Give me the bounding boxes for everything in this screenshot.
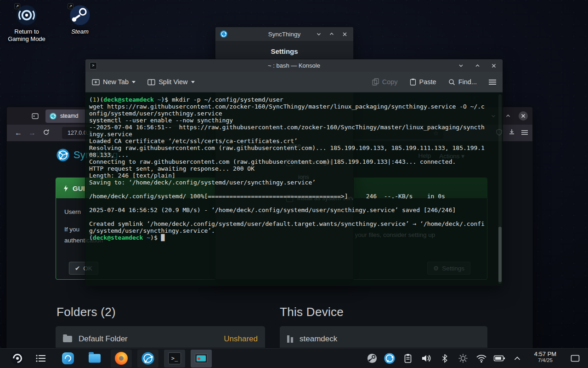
downloads-icon[interactable] (509, 129, 515, 138)
device-name: steamdeck (300, 334, 337, 344)
browser-menu-icon[interactable] (521, 129, 528, 137)
desktop-icon-return-to-gaming-mode[interactable]: ↗ Return to Gaming Mode (1, 5, 52, 43)
folder-icon (63, 336, 72, 342)
back-button[interactable]: ← (11, 129, 25, 137)
clock-time: 4:57 PM (529, 351, 561, 357)
gui-text-line2: If you (64, 226, 79, 233)
shortcut-badge-icon: ↗ (68, 3, 74, 9)
find-button[interactable]: Find... (448, 78, 477, 86)
shortcut-badge-icon: ↗ (14, 3, 20, 9)
search-icon (448, 79, 455, 86)
paste-icon (410, 78, 416, 86)
syncthingy-settings-header: Settings (215, 47, 353, 55)
show-desktop-button[interactable] (571, 355, 580, 362)
clock-date: 7/4/25 (529, 357, 561, 363)
syncthing-tray-icon[interactable] (384, 353, 395, 364)
new-tab-button[interactable]: New Tab (92, 78, 136, 86)
folder-name: Default Folder (79, 334, 128, 344)
desktop-icon-label: Steam (54, 28, 106, 35)
device-heading: This Device (280, 305, 344, 319)
terminal-output[interactable]: (1)(deck@steamdeck ~)$ mkdir -p ~/.confi… (85, 92, 503, 286)
gui-text-line1: Usern (64, 208, 81, 215)
copy-icon (372, 78, 379, 86)
dolphin-file-manager-icon[interactable] (89, 354, 101, 363)
syncthingy-window-title: SyncThingy (215, 31, 353, 38)
device-row[interactable]: steamdeck (280, 326, 487, 348)
clipboard-icon[interactable] (404, 354, 412, 363)
folder-row[interactable]: Default Folder Unshared (56, 326, 265, 348)
gui-panel-title: GUI (73, 184, 85, 192)
browser-maximize-button[interactable] (504, 112, 512, 120)
settings-gear-icon[interactable] (458, 354, 468, 363)
wifi-icon[interactable] (476, 354, 487, 363)
tray-expander-icon[interactable] (514, 356, 520, 361)
discover-icon[interactable] (62, 352, 74, 364)
chevron-down-icon (132, 81, 136, 83)
volume-icon[interactable] (421, 354, 431, 363)
desktop-background: ↗ Return to Gaming Mode ↗ Steam (0, 0, 588, 368)
konsole-window-title: ~ : bash — Konsole (85, 62, 503, 69)
steam-tray-icon[interactable] (367, 353, 377, 363)
new-tab-icon (92, 79, 100, 86)
folders-heading: Folders (2) (57, 305, 116, 319)
split-view-button[interactable]: Split View (147, 78, 194, 86)
paste-button[interactable]: Paste (410, 78, 436, 86)
syncthingy-titlebar: SyncThingy (215, 27, 353, 41)
forward-button[interactable]: → (25, 129, 39, 137)
application-launcher-icon[interactable] (11, 352, 24, 365)
bluetooth-icon[interactable] (441, 354, 448, 363)
terminal-scrollbar[interactable] (498, 94, 502, 284)
desktop-icon-steam[interactable]: ↗ Steam (54, 5, 106, 35)
lightning-icon (63, 185, 68, 192)
syncthingy-icon[interactable] (141, 352, 154, 365)
desktop-icon-label: Return to Gaming Mode (1, 28, 52, 43)
hamburger-menu-icon[interactable] (489, 79, 496, 85)
konsole-window: > ~ : bash — Konsole New Tab Split View (85, 59, 503, 286)
firefox-view-icon[interactable] (31, 112, 39, 120)
taskbar-clock[interactable]: 4:57 PM 7/4/25 (529, 351, 561, 363)
browser-tab-label: steamd (60, 113, 78, 119)
syncthing-favicon (50, 113, 57, 120)
check-icon: ✔ (75, 264, 80, 272)
chevron-down-icon (191, 81, 195, 83)
taskbar: >_ 4:57 PM 7/4/25 (0, 348, 588, 368)
syncthing-logo (57, 149, 69, 161)
firefox-icon[interactable] (115, 352, 128, 365)
battery-icon[interactable] (494, 355, 505, 362)
browser-close-button[interactable] (519, 111, 528, 121)
konsole-toolbar: New Tab Split View Copy Paste (85, 72, 503, 92)
konsole-icon[interactable]: >_ (168, 352, 181, 364)
reload-button[interactable] (39, 129, 53, 138)
folder-status-badge: Unshared (224, 334, 258, 344)
konsole-app-icon: > (90, 62, 97, 69)
device-icon (287, 335, 293, 343)
spectacle-icon[interactable] (195, 354, 208, 363)
konsole-titlebar: > ~ : bash — Konsole (85, 59, 503, 72)
copy-button[interactable]: Copy (372, 78, 398, 86)
task-list-icon[interactable] (35, 354, 46, 363)
split-view-icon (147, 79, 155, 86)
